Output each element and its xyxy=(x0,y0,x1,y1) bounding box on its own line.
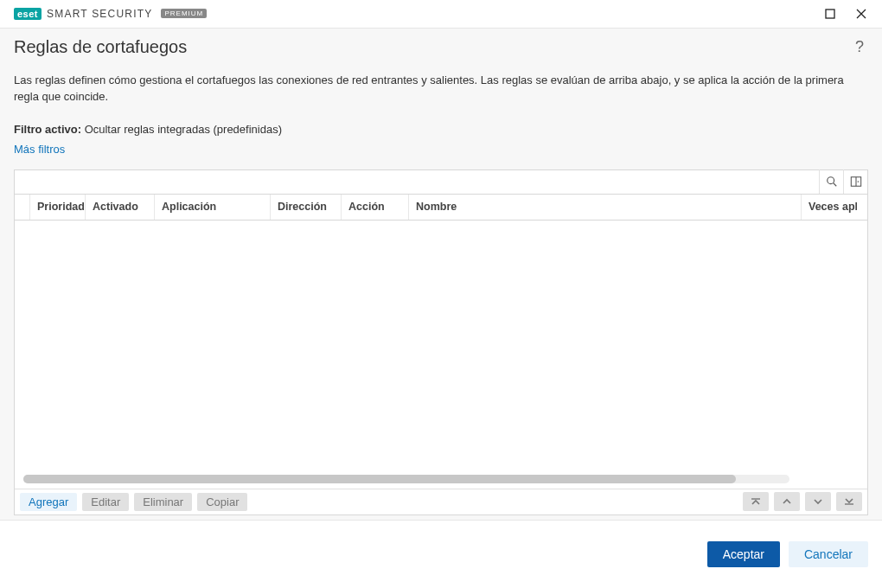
move-up-button[interactable] xyxy=(774,492,800,511)
more-filters-link[interactable]: Más filtros xyxy=(14,143,65,156)
col-enabled[interactable]: Activado xyxy=(86,195,155,220)
filter-label: Filtro activo: xyxy=(14,123,81,136)
scrollbar-thumb[interactable] xyxy=(23,475,736,483)
col-name[interactable]: Nombre xyxy=(409,195,802,220)
help-button[interactable]: ? xyxy=(851,39,868,56)
maximize-icon xyxy=(825,9,835,19)
columns-button[interactable] xyxy=(843,169,867,194)
search-icon xyxy=(826,176,838,188)
brand-pill: eset xyxy=(14,8,42,20)
filter-value: Ocultar reglas integradas (predefinidas) xyxy=(85,123,282,136)
edit-button[interactable]: Editar xyxy=(82,493,129,511)
move-top-button[interactable] xyxy=(743,492,769,511)
help-icon: ? xyxy=(855,38,864,56)
add-button[interactable]: Agregar xyxy=(20,493,77,511)
horizontal-scrollbar[interactable] xyxy=(23,475,789,483)
ok-button[interactable]: Aceptar xyxy=(707,541,780,567)
move-down-button[interactable] xyxy=(805,492,831,511)
active-filter-line: Filtro activo: Ocultar reglas integradas… xyxy=(14,123,868,136)
col-direction[interactable]: Dirección xyxy=(271,195,342,220)
col-priority[interactable]: Prioridad xyxy=(30,195,86,220)
columns-icon xyxy=(850,176,862,188)
brand-text: SMART SECURITY xyxy=(47,8,152,20)
col-action[interactable]: Acción xyxy=(342,195,409,220)
cancel-button[interactable]: Cancelar xyxy=(789,541,868,567)
titlebar: eset SMART SECURITY PREMIUM xyxy=(0,0,882,28)
col-handle[interactable] xyxy=(15,195,30,220)
delete-button[interactable]: Eliminar xyxy=(134,493,192,511)
table-body xyxy=(15,220,867,489)
svg-rect-0 xyxy=(826,10,834,18)
table-toolbar xyxy=(15,170,867,195)
copy-button[interactable]: Copiar xyxy=(197,493,247,511)
svg-point-1 xyxy=(827,177,834,184)
chevron-bottom-icon xyxy=(843,495,855,508)
chevron-top-icon xyxy=(750,495,762,508)
maximize-button[interactable] xyxy=(815,2,846,26)
close-button[interactable] xyxy=(846,2,877,26)
content-area: Reglas de cortafuegos ? Las reglas defin… xyxy=(0,28,882,521)
col-applied[interactable]: Veces aplic xyxy=(802,195,857,220)
scrollbar-track xyxy=(23,475,789,483)
search-button[interactable] xyxy=(819,169,843,194)
dialog-footer: Aceptar Cancelar xyxy=(0,521,882,588)
table-footer: Agregar Editar Eliminar Copiar xyxy=(15,489,867,514)
close-icon xyxy=(856,9,866,19)
brand-premium-badge: PREMIUM xyxy=(161,9,207,18)
table-header-row: Prioridad Activado Aplicación Dirección … xyxy=(15,195,867,220)
brand-area: eset SMART SECURITY PREMIUM xyxy=(14,8,207,20)
page-description: Las reglas definen cómo gestiona el cort… xyxy=(14,73,868,105)
page-header: Reglas de cortafuegos ? xyxy=(14,37,868,57)
move-bottom-button[interactable] xyxy=(836,492,862,511)
search-input[interactable] xyxy=(15,170,819,194)
chevron-up-icon xyxy=(781,495,793,508)
chevron-down-icon xyxy=(812,495,824,508)
page-title: Reglas de cortafuegos xyxy=(14,37,187,57)
rules-table: Prioridad Activado Aplicación Dirección … xyxy=(14,169,868,515)
col-application[interactable]: Aplicación xyxy=(155,195,271,220)
